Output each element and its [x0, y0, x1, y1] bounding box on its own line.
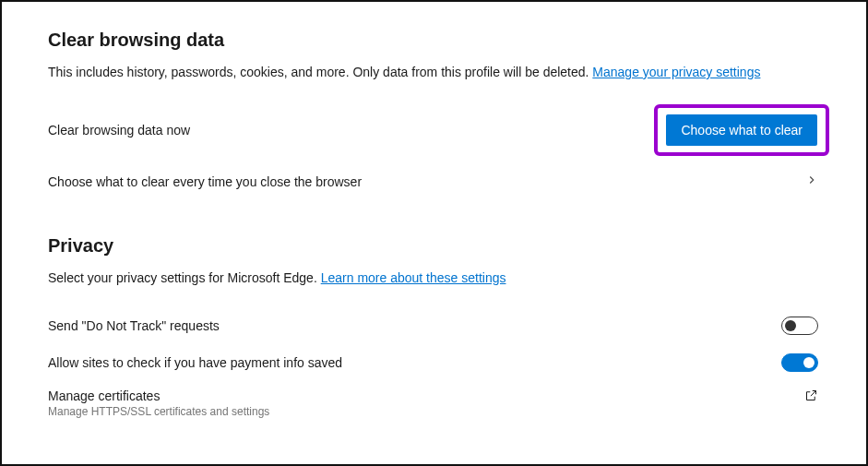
choose-what-to-clear-button[interactable]: Choose what to clear	[666, 114, 817, 146]
clear-data-title: Clear browsing data	[48, 30, 829, 51]
clear-data-subtitle-text: This includes history, passwords, cookie…	[48, 65, 592, 79]
privacy-subtitle: Select your privacy settings for Microso…	[48, 269, 829, 288]
chevron-right-icon	[805, 173, 818, 189]
do-not-track-toggle[interactable]	[781, 317, 818, 335]
manage-certificates-label: Manage certificates	[48, 388, 269, 403]
payment-info-label: Allow sites to check if you have payment…	[48, 355, 342, 370]
clear-data-now-row: Clear browsing data now Choose what to c…	[48, 102, 829, 158]
privacy-subtitle-text: Select your privacy settings for Microso…	[48, 270, 321, 285]
payment-info-toggle[interactable]	[781, 353, 818, 372]
do-not-track-row: Send "Do Not Track" requests	[48, 307, 829, 344]
section-privacy: Privacy Select your privacy settings for…	[48, 235, 829, 426]
external-link-icon	[804, 388, 818, 405]
learn-more-privacy-link[interactable]: Learn more about these settings	[321, 270, 506, 285]
highlight-box: Choose what to clear	[654, 104, 829, 156]
section-clear-browsing-data: Clear browsing data This includes histor…	[48, 30, 829, 200]
clear-data-now-label: Clear browsing data now	[48, 123, 190, 137]
clear-on-close-label: Choose what to clear every time you clos…	[48, 174, 362, 189]
clear-data-subtitle: This includes history, passwords, cookie…	[48, 64, 829, 82]
manage-certificates-sub: Manage HTTPS/SSL certificates and settin…	[48, 405, 269, 418]
manage-certificates-text: Manage certificates Manage HTTPS/SSL cer…	[48, 388, 269, 418]
manage-certificates-row[interactable]: Manage certificates Manage HTTPS/SSL cer…	[48, 381, 829, 425]
do-not-track-label: Send "Do Not Track" requests	[48, 318, 220, 333]
clear-on-close-row[interactable]: Choose what to clear every time you clos…	[48, 163, 829, 200]
payment-info-row: Allow sites to check if you have payment…	[48, 344, 829, 381]
manage-privacy-settings-link[interactable]: Manage your privacy settings	[592, 65, 760, 79]
privacy-title: Privacy	[48, 235, 829, 257]
